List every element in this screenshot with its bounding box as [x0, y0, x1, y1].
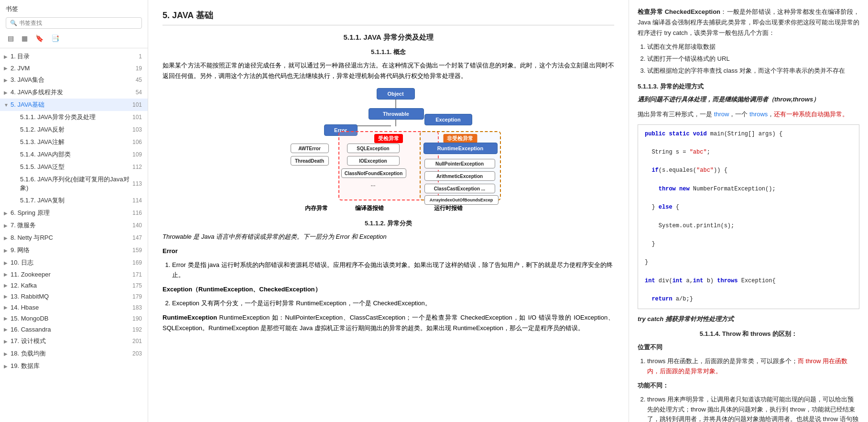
checked-list: 试图在文件尾部读取数据 试图打开一个错误格式的 URL 试图根据给定的字符串查找…: [647, 42, 859, 76]
toc-page: 169: [132, 259, 142, 266]
error-list: Error 类是指 java 运行时系统的内部错误和资源耗尽错误。应用程序不会抛…: [172, 260, 614, 280]
toc-item-java-exception[interactable]: 5.1.1. JAVA异常分类及处理 101: [0, 111, 148, 123]
toc-page: 179: [132, 293, 142, 300]
concept-text: 如果某个方法不能按照正常的途径完成任务，就可以通过另一种路径退出方法。在这种情况…: [163, 60, 614, 81]
toc-label: 8. Netty 与RPC: [11, 233, 130, 242]
search-input[interactable]: [19, 20, 138, 26]
toc-label: 19. 数据库: [11, 362, 140, 370]
toc-item-mongodb[interactable]: ▶ 15. MongoDB 190: [0, 313, 148, 324]
position-diff-list: throws 用在函数上，后面跟的是异常类，可以跟多个；而 throw 用在函数…: [647, 356, 859, 377]
toc-item-zookeeper[interactable]: ▶ 11. Zookeeper 171: [0, 269, 148, 280]
throws-text: throws: [749, 111, 768, 118]
toc-item-java-inner[interactable]: 5.1.4. JAVA内部类 109: [0, 148, 148, 161]
expand-all-icon[interactable]: ▦: [20, 33, 30, 43]
toc-item-log[interactable]: ▶ 10. 日志 169: [0, 256, 148, 269]
toc-item-hbase[interactable]: ▶ 14. Hbase 183: [0, 302, 148, 313]
throws-in-func: throws 用在函数上，后面跟的是异常类，可以跟多个；: [647, 357, 798, 365]
classcast-box: ClassCastException ...: [424, 184, 495, 193]
toc-page: 183: [132, 304, 142, 311]
toc-item-netty[interactable]: ▶ 8. Netty 与RPC 147: [0, 232, 148, 244]
toc-item-spring[interactable]: ▶ 6. Spring 原理 116: [0, 207, 148, 219]
comma-text: ，一个: [729, 111, 749, 118]
auto-text: 还有一种系统自动抛异常。: [774, 111, 848, 118]
search-box[interactable]: 🔍: [6, 17, 142, 29]
arithmetic-box: ArithmeticException: [424, 171, 495, 181]
section3-title: 5.1.1.3. 异常的处理方式: [638, 82, 859, 92]
toc-page: 192: [132, 326, 142, 333]
toc-item-rabbitmq[interactable]: ▶ 13. RabbitMQ 179: [0, 291, 148, 302]
checked-label: 受检异常: [374, 134, 403, 143]
toc-item-java-generics[interactable]: 5.1.5. JAVA泛型 112: [0, 161, 148, 173]
awt-error-box: AWTError: [291, 144, 329, 153]
toc-page: 147: [132, 234, 142, 241]
toc-triangle: ▶: [4, 235, 11, 241]
toc-page: 103: [132, 126, 142, 133]
toc-triangle: ▶: [4, 283, 11, 288]
toc-item-micro[interactable]: ▶ 7. 微服务 140: [0, 219, 148, 232]
null-pointer-box: NullPointerException: [424, 159, 495, 168]
toc-page: 114: [132, 197, 142, 204]
toc-item-java-reflect[interactable]: 5.1.2. JAVA反射 103: [0, 123, 148, 136]
toc-label: 13. RabbitMQ: [11, 293, 130, 300]
chapter-title: 5. JAVA 基础: [163, 10, 614, 25]
bookmark-add-icon[interactable]: 📑: [49, 33, 61, 43]
toc-item-java-serial[interactable]: 5.1.6. JAVA序列化(创建可复用的Java对象) 113: [0, 173, 148, 194]
function-diff-list: throws 用来声明异常，让调用者只知道该功能可能出现的问题，可以给出预先的处…: [647, 395, 859, 422]
toc-label: 12. Kafka: [11, 282, 130, 289]
toc-triangle: ▶: [4, 211, 11, 216]
toc-label: 18. 负载均衡: [11, 349, 130, 358]
toc-label: 10. 日志: [11, 258, 130, 267]
toc-item-java-annotation[interactable]: 5.1.3. JAVA注解 106: [0, 136, 148, 148]
toc-triangle: ▶: [4, 66, 11, 71]
toc-label: 5.1.3. JAVA注解: [20, 138, 130, 146]
toc-page: 171: [132, 271, 142, 278]
dots: ...: [371, 181, 376, 188]
toc-page: 1: [139, 53, 142, 60]
toc-label: 6. Spring 原理: [11, 209, 130, 217]
sidebar-title: 书签: [6, 5, 142, 13]
right-panel: 检查异常 CheckedException：一般是外部错误，这种异常都发生在编译…: [629, 0, 868, 422]
toc-item-java-collection[interactable]: ▶ 3. JAVA集合 45: [0, 74, 148, 86]
toc-item-design-pattern[interactable]: ▶ 17. 设计模式 201: [0, 335, 148, 347]
bookmark-icon[interactable]: 🔖: [33, 33, 45, 43]
toc-item-java-copy[interactable]: 5.1.7. JAVA复制 114: [0, 194, 148, 207]
handle-intro-text: 遇到问题不进行具体处理，而是继续抛给调用者（throw,throws）: [638, 96, 819, 103]
code-block: public static void main(String[] args) {…: [638, 124, 859, 310]
rest-text: ，: [768, 111, 774, 118]
toc-item-java-multi[interactable]: ▶ 4. JAVA多线程并发 54: [0, 86, 148, 99]
arrayindex-box: ArrayIndexOutOfBoundsExcep: [424, 195, 499, 205]
position-diff-title: 位置不同: [638, 342, 859, 353]
checked-list-item-1: 试图在文件尾部读取数据: [647, 42, 859, 52]
toc-item-kafka[interactable]: ▶ 12. Kafka 175: [0, 280, 148, 291]
toc-page: 203: [132, 350, 142, 357]
toc-label: 2. JVM: [11, 65, 134, 72]
throws-declare: throws 用来声明异常，让调用者只知道该功能可能出现的问题，可以给出预先的处…: [647, 396, 858, 422]
toc-item-load-balance[interactable]: ▶ 18. 负载均衡 203: [0, 347, 148, 360]
checked-exception-title: 检查异常 CheckedException: [638, 8, 720, 15]
sql-exception-box: SQLException: [347, 144, 400, 153]
classnotfound-box: ClassNotFoundException: [341, 168, 406, 178]
section3-title-text: 5.1.1.3. 异常的处理方式: [638, 83, 704, 90]
toc-item-cassandra[interactable]: ▶ 16. Cassandra 192: [0, 324, 148, 335]
exception-title: Exception（RuntimeException、CheckedExcept…: [163, 284, 614, 295]
position-diff-item-1: throws 用在函数上，后面跟的是异常类，可以跟多个；而 throw 用在函数…: [647, 356, 859, 377]
toc-triangle: ▶: [4, 364, 11, 369]
toc-label: 5.1.4. JAVA内部类: [20, 150, 130, 159]
unchecked-label: 非受检异常: [443, 134, 477, 143]
runtime-title-p: RuntimeException RuntimeException 如：Null…: [163, 312, 614, 333]
toc-item-data-structure[interactable]: ▶ 19. 数据库: [0, 360, 148, 372]
collapse-all-icon[interactable]: ▤: [6, 33, 16, 43]
toc-item-jvm[interactable]: ▶ 2. JVM 19: [0, 63, 148, 74]
toc-label: 14. Hbase: [11, 304, 130, 311]
thread-death-box: ThreadDeath: [291, 156, 329, 166]
section-title: 5.1.1. JAVA 异常分类及处理: [163, 33, 614, 42]
toc-triangle: ▶: [4, 351, 11, 356]
toc-item-java-basic[interactable]: ▼ 5. JAVA基础 101: [0, 99, 148, 111]
toc-page: 116: [132, 210, 142, 216]
diagram-svg: Object Throwable Error Exception 受检异常 非受…: [276, 88, 501, 212]
toc-triangle: ▼: [4, 102, 11, 108]
toc-item-network[interactable]: ▶ 9. 网络 159: [0, 244, 148, 256]
toc-triangle: ▶: [4, 223, 11, 228]
toc-triangle: ▶: [4, 316, 11, 321]
toc-item-toc[interactable]: ▶ 1. 目录 1: [0, 50, 148, 63]
